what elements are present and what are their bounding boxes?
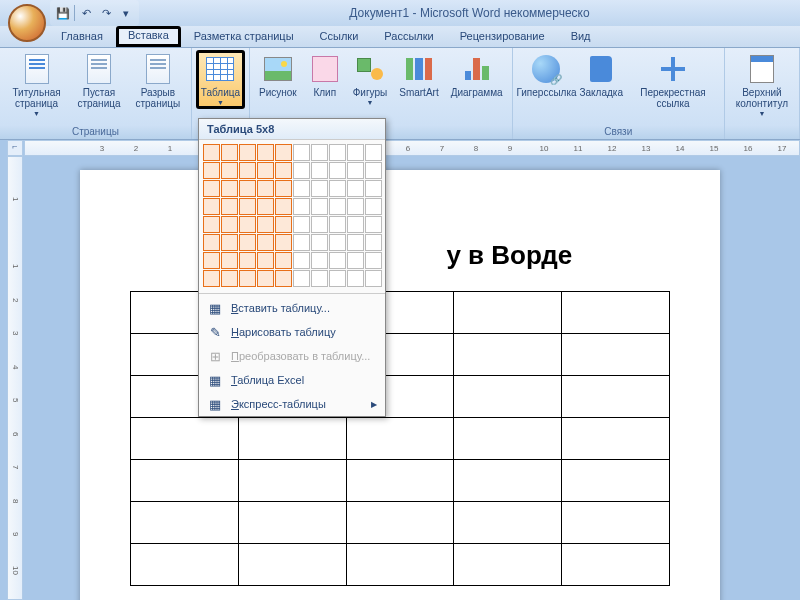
grid-cell[interactable] xyxy=(293,234,310,251)
page-break-button[interactable]: Разрыв страницы xyxy=(129,50,187,112)
tab-рассылки[interactable]: Рассылки xyxy=(371,26,446,47)
grid-cell[interactable] xyxy=(203,180,220,197)
grid-cell[interactable] xyxy=(293,198,310,215)
table-cell[interactable] xyxy=(346,544,454,586)
grid-cell[interactable] xyxy=(329,234,346,251)
table-cell[interactable] xyxy=(454,334,562,376)
menu-item-draw-table[interactable]: ✎Нарисовать таблицу xyxy=(199,320,385,344)
grid-cell[interactable] xyxy=(239,270,256,287)
tab-вид[interactable]: Вид xyxy=(558,26,604,47)
document-page[interactable]: Ка XXXXXXXXXX у в Ворде xyxy=(80,170,720,600)
table-cell[interactable] xyxy=(346,460,454,502)
table-cell[interactable] xyxy=(454,544,562,586)
table-cell[interactable] xyxy=(562,334,670,376)
grid-cell[interactable] xyxy=(329,252,346,269)
table-cell[interactable] xyxy=(238,544,346,586)
grid-cell[interactable] xyxy=(203,216,220,233)
grid-cell[interactable] xyxy=(365,252,382,269)
grid-cell[interactable] xyxy=(239,162,256,179)
grid-cell[interactable] xyxy=(311,270,328,287)
grid-cell[interactable] xyxy=(311,162,328,179)
tab-вставка[interactable]: Вставка xyxy=(116,26,181,47)
grid-cell[interactable] xyxy=(221,270,238,287)
redo-button[interactable]: ↷ xyxy=(97,4,115,22)
grid-cell[interactable] xyxy=(203,270,220,287)
tab-главная[interactable]: Главная xyxy=(48,26,116,47)
clip-button[interactable]: Клип xyxy=(304,50,346,101)
grid-cell[interactable] xyxy=(365,270,382,287)
table-cell[interactable] xyxy=(562,460,670,502)
grid-cell[interactable] xyxy=(329,198,346,215)
table-cell[interactable] xyxy=(238,418,346,460)
blank-page-button[interactable]: Пустая страница xyxy=(71,50,127,112)
table-cell[interactable] xyxy=(346,502,454,544)
grid-cell[interactable] xyxy=(275,198,292,215)
grid-cell[interactable] xyxy=(203,162,220,179)
grid-cell[interactable] xyxy=(257,198,274,215)
shapes-button[interactable]: Фигуры▼ xyxy=(348,50,392,109)
table-cell[interactable] xyxy=(131,502,239,544)
grid-cell[interactable] xyxy=(311,180,328,197)
grid-cell[interactable] xyxy=(257,144,274,161)
cover-page-button[interactable]: Титульная страница▼ xyxy=(4,50,69,120)
grid-cell[interactable] xyxy=(221,162,238,179)
grid-cell[interactable] xyxy=(365,198,382,215)
table-cell[interactable] xyxy=(454,460,562,502)
grid-cell[interactable] xyxy=(293,216,310,233)
crossref-button[interactable]: Перекрестная ссылка xyxy=(626,50,720,112)
header-button[interactable]: Верхний колонтитул▼ xyxy=(729,50,795,120)
table-cell[interactable] xyxy=(346,418,454,460)
grid-cell[interactable] xyxy=(239,234,256,251)
grid-cell[interactable] xyxy=(365,180,382,197)
grid-cell[interactable] xyxy=(221,234,238,251)
grid-cell[interactable] xyxy=(221,180,238,197)
grid-cell[interactable] xyxy=(275,270,292,287)
table-cell[interactable] xyxy=(454,292,562,334)
table-cell[interactable] xyxy=(562,376,670,418)
grid-cell[interactable] xyxy=(347,234,364,251)
grid-cell[interactable] xyxy=(293,144,310,161)
grid-cell[interactable] xyxy=(275,216,292,233)
grid-cell[interactable] xyxy=(347,144,364,161)
menu-item-insert-table[interactable]: ▦Вставить таблицу... xyxy=(199,296,385,320)
qat-customize[interactable]: ▾ xyxy=(117,4,135,22)
grid-cell[interactable] xyxy=(257,234,274,251)
grid-cell[interactable] xyxy=(203,234,220,251)
grid-cell[interactable] xyxy=(275,252,292,269)
grid-cell[interactable] xyxy=(365,162,382,179)
grid-cell[interactable] xyxy=(221,252,238,269)
grid-cell[interactable] xyxy=(239,180,256,197)
grid-cell[interactable] xyxy=(347,216,364,233)
menu-item-quick-tables[interactable]: ▦Экспресс-таблицы▶ xyxy=(199,392,385,416)
grid-cell[interactable] xyxy=(203,144,220,161)
bookmark-button[interactable]: Закладка xyxy=(578,50,624,101)
grid-cell[interactable] xyxy=(329,270,346,287)
grid-cell[interactable] xyxy=(311,144,328,161)
table-cell[interactable] xyxy=(131,460,239,502)
grid-cell[interactable] xyxy=(239,216,256,233)
table-cell[interactable] xyxy=(454,502,562,544)
grid-cell[interactable] xyxy=(311,216,328,233)
menu-item-excel-table[interactable]: ▦Таблица Excel xyxy=(199,368,385,392)
grid-cell[interactable] xyxy=(347,270,364,287)
grid-cell[interactable] xyxy=(275,180,292,197)
table-size-grid[interactable] xyxy=(199,140,385,291)
grid-cell[interactable] xyxy=(311,198,328,215)
grid-cell[interactable] xyxy=(257,216,274,233)
tab-рецензирование[interactable]: Рецензирование xyxy=(447,26,558,47)
grid-cell[interactable] xyxy=(347,252,364,269)
table-cell[interactable] xyxy=(562,292,670,334)
save-button[interactable]: 💾 xyxy=(54,4,72,22)
grid-cell[interactable] xyxy=(293,162,310,179)
picture-button[interactable]: Рисунок xyxy=(254,50,302,101)
table-cell[interactable] xyxy=(454,418,562,460)
grid-cell[interactable] xyxy=(329,144,346,161)
grid-cell[interactable] xyxy=(221,216,238,233)
grid-cell[interactable] xyxy=(365,216,382,233)
chart-button[interactable]: Диаграмма xyxy=(446,50,508,101)
grid-cell[interactable] xyxy=(257,270,274,287)
grid-cell[interactable] xyxy=(293,252,310,269)
grid-cell[interactable] xyxy=(221,144,238,161)
table-cell[interactable] xyxy=(238,502,346,544)
grid-cell[interactable] xyxy=(329,216,346,233)
